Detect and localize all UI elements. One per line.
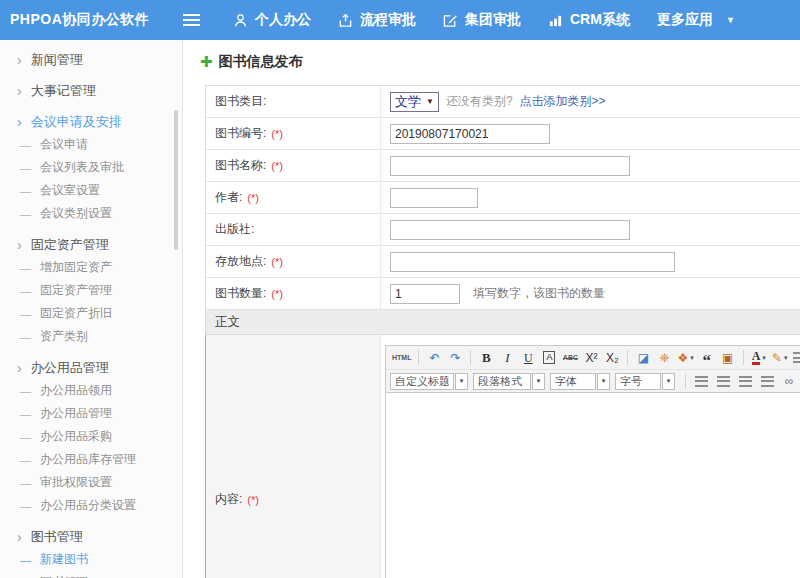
superscript-button[interactable]: X² <box>581 348 601 367</box>
blockquote-button[interactable]: “ <box>697 348 717 367</box>
sidebar-item[interactable]: — 会议列表及审批 <box>0 156 182 179</box>
toolbar-separator <box>627 350 628 365</box>
nav-crm-system[interactable]: CRM系统 <box>548 11 630 29</box>
redo-button[interactable]: ↷ <box>445 348 465 367</box>
sidebar-item-label: 会议室设置 <box>40 182 100 199</box>
sidebar-item[interactable]: — 会议类别设置 <box>0 202 182 225</box>
nav-group-approval[interactable]: 集团审批 <box>443 11 521 29</box>
sidebar-item-marker: — <box>20 554 31 566</box>
sidebar-item-marker: — <box>20 208 31 220</box>
sidebar-item-marker: › <box>17 116 22 128</box>
sidebar-item-marker: › <box>17 531 22 543</box>
strikethrough-button[interactable]: ABC <box>560 348 580 367</box>
category-select[interactable]: 文学 ▼ <box>390 92 439 112</box>
sidebar-item[interactable]: — 固定资产折旧 <box>0 302 182 325</box>
sidebar-item[interactable]: › 办公用品管理 <box>0 356 182 379</box>
sidebar-scrollbar[interactable] <box>174 110 178 250</box>
sidebar-item[interactable]: › 大事记管理 <box>0 79 182 102</box>
number-label: 图书编号: <box>215 125 266 142</box>
underline-button[interactable]: U <box>518 348 538 367</box>
caret-down-icon: ▼ <box>426 97 434 106</box>
subscript-button[interactable]: X₂ <box>602 348 622 367</box>
nav-personal-office[interactable]: 个人办公 <box>233 11 311 29</box>
nav-workflow-approval[interactable]: 流程审批 <box>338 11 416 29</box>
author-input[interactable] <box>390 188 478 208</box>
sidebar-item[interactable]: — 资产类别 <box>0 325 182 348</box>
format-painter-button[interactable]: ❖ ▾ <box>675 348 695 367</box>
quantity-label: 图书数量: <box>215 285 266 302</box>
sidebar-item-label: 资产类别 <box>40 328 88 345</box>
sidebar-item-label: 新建图书 <box>40 551 88 568</box>
sidebar-item[interactable]: — 新建图书 <box>0 548 182 571</box>
sidebar-item-marker: — <box>20 385 31 397</box>
name-label: 图书名称: <box>215 157 266 174</box>
sidebar-item-marker: — <box>20 262 31 274</box>
sidebar-item-label: 增加固定资产 <box>40 259 112 276</box>
sidebar-item[interactable]: › 新闻管理 <box>0 48 182 71</box>
sidebar-item[interactable]: — 办公用品库存管理 <box>0 448 182 471</box>
sidebar-item[interactable]: › 固定资产管理 <box>0 233 182 256</box>
location-input[interactable] <box>390 252 675 272</box>
highlight-color-button[interactable]: ✎ ▾ <box>770 348 790 367</box>
top-navigation: 个人办公 流程审批 集团审批 CRM系统 更 <box>206 11 735 29</box>
paste-button[interactable]: ▣ <box>718 348 738 367</box>
sidebar-item[interactable]: › 会议申请及安排 <box>0 110 182 133</box>
sidebar-item-label: 办公用品领用 <box>40 382 112 399</box>
ordered-list-button[interactable]: ▾ <box>791 348 800 367</box>
quick-format-button[interactable]: ❈ <box>654 348 674 367</box>
caret-down-icon: ▼ <box>726 15 735 25</box>
italic-button[interactable]: I <box>497 348 517 367</box>
bar-chart-icon <box>548 13 563 28</box>
sidebar-item[interactable]: — 固定资产管理 <box>0 279 182 302</box>
quantity-input[interactable] <box>390 284 460 304</box>
form-row-category: 图书类目: 文学 ▼ 还没有类别? 点击添加类别>> <box>206 86 800 118</box>
sidebar-item[interactable]: — 办公用品管理 <box>0 402 182 425</box>
menu-toggle-button[interactable] <box>176 0 206 40</box>
nav-more-apps[interactable]: 更多应用 ▼ <box>657 11 735 29</box>
add-category-link[interactable]: 点击添加类别>> <box>520 93 606 110</box>
sidebar-item[interactable]: — 办公用品采购 <box>0 425 182 448</box>
sidebar-item-marker: — <box>20 408 31 420</box>
paragraph-format-select[interactable]: 段落格式 ▾ <box>473 373 545 390</box>
font-size-select[interactable]: 字号 ▾ <box>615 373 675 390</box>
undo-button[interactable]: ↶ <box>424 348 444 367</box>
bold-button[interactable]: B <box>476 348 496 367</box>
topbar: PHPOA协同办公软件 个人办公 流程审批 集团审批 <box>0 0 800 40</box>
sidebar-item-marker: › <box>17 85 22 97</box>
edit-square-icon <box>443 13 458 28</box>
sidebar-item[interactable]: — 增加固定资产 <box>0 256 182 279</box>
sidebar-item[interactable]: — 办公用品领用 <box>0 379 182 402</box>
align-right-button[interactable] <box>735 372 755 391</box>
sidebar-item-label: 图书管理 <box>40 574 88 578</box>
person-icon <box>233 13 248 28</box>
sidebar-item[interactable]: — 审批权限设置 <box>0 471 182 494</box>
link-button[interactable]: ∞ <box>779 372 799 391</box>
sidebar-item[interactable]: — 图书管理 <box>0 571 182 578</box>
font-border-button[interactable]: A <box>539 348 559 367</box>
book-name-input[interactable] <box>390 156 630 176</box>
justify-button[interactable] <box>757 372 777 391</box>
sidebar-item[interactable]: › 图书管理 <box>0 525 182 548</box>
remove-format-button[interactable]: ◪ <box>633 348 653 367</box>
form-row-publisher: 出版社: <box>206 214 800 246</box>
html-source-button[interactable]: HTML <box>390 348 413 367</box>
form-row-content: 内容: (*) HTML ↶ ↷ B <box>206 335 800 578</box>
publisher-input[interactable] <box>390 220 630 240</box>
editor-content-area[interactable] <box>386 392 800 578</box>
sidebar-item[interactable]: — 办公用品分类设置 <box>0 494 182 517</box>
book-number-input[interactable] <box>390 124 550 144</box>
align-center-button[interactable] <box>713 372 733 391</box>
align-left-button[interactable] <box>691 372 711 391</box>
sidebar: › 新闻管理 › 大事记管理 › 会议申请及安排 — 会议申请 — 会议列表及审… <box>0 40 183 578</box>
sidebar-item-label: 大事记管理 <box>31 82 96 100</box>
caret-down-icon: ▾ <box>784 354 788 362</box>
sidebar-item[interactable]: — 会议申请 <box>0 133 182 156</box>
sidebar-item-label: 固定资产管理 <box>40 282 112 299</box>
sidebar-item[interactable]: — 会议室设置 <box>0 179 182 202</box>
font-color-button[interactable]: A ▾ <box>749 348 769 367</box>
approval-flow-icon <box>338 13 353 28</box>
category-hint: 还没有类别? <box>446 93 513 110</box>
font-family-select[interactable]: 字体 ▾ <box>550 373 610 390</box>
sidebar-item-label: 图书管理 <box>31 528 83 546</box>
heading-select[interactable]: 自定义标题 ▾ <box>390 373 468 390</box>
